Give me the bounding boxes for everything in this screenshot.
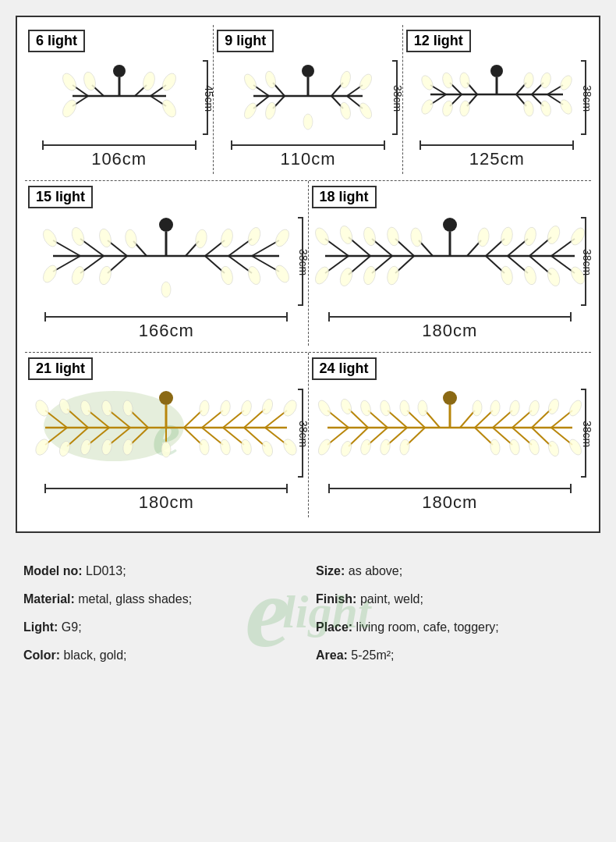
- svg-point-210: [379, 439, 391, 456]
- svg-point-224: [472, 400, 483, 417]
- svg-point-176: [199, 400, 211, 416]
- svg-9light: [234, 63, 382, 133]
- svg-point-175: [219, 439, 232, 456]
- svg-point-168: [281, 398, 299, 418]
- svg-point-121: [385, 226, 400, 247]
- svg-point-84: [97, 265, 113, 286]
- svg-point-117: [338, 224, 354, 245]
- svg-line-191: [425, 410, 440, 428]
- svg-point-85: [124, 229, 138, 249]
- svg-point-206: [339, 440, 353, 458]
- row-1: 6 light: [25, 25, 591, 181]
- svg-point-13: [160, 98, 179, 119]
- svg-21light: [37, 387, 295, 481]
- chandelier-21light: e: [28, 383, 305, 485]
- svg-point-10: [60, 98, 79, 119]
- info-model: Model no: LD013;: [23, 564, 300, 578]
- height-label-12light: 38cm: [581, 85, 593, 112]
- svg-line-155: [184, 428, 202, 445]
- svg-point-162: [80, 439, 93, 456]
- svg-point-203: [316, 398, 332, 417]
- cell-18light: 18 light: [309, 181, 592, 346]
- svg-point-55: [459, 100, 471, 117]
- svg-point-90: [246, 265, 263, 286]
- svg-point-130: [499, 226, 514, 247]
- svg-point-93: [194, 229, 208, 249]
- svg-point-213: [417, 400, 428, 417]
- svg-point-122: [385, 265, 400, 286]
- svg-point-131: [499, 265, 514, 286]
- svg-point-62: [159, 218, 173, 232]
- width-label-21light: 180cm: [139, 492, 194, 513]
- svg-point-9: [60, 71, 79, 93]
- width-label-24light: 180cm: [422, 492, 477, 513]
- label-18light: 18 light: [312, 186, 377, 208]
- svg-point-81: [70, 226, 87, 247]
- svg-point-92: [219, 265, 235, 286]
- svg-point-58: [540, 72, 553, 89]
- svg-point-216: [547, 398, 561, 416]
- height-label-24light: 38cm: [581, 421, 593, 447]
- svg-point-82: [70, 265, 87, 286]
- height-label-21light: 38cm: [297, 421, 310, 447]
- svg-6light: [49, 63, 189, 133]
- svg-point-86: [161, 282, 171, 297]
- info-col-left: Model no: LD013; Material: metal, glass …: [23, 564, 300, 663]
- svg-point-59: [540, 100, 553, 117]
- width-label-18light: 180cm: [422, 321, 477, 341]
- svg-line-202: [460, 410, 475, 428]
- chandelier-18light: 38cm: [312, 211, 589, 313]
- width-brace-6light: [42, 144, 196, 146]
- svg-point-204: [316, 437, 332, 457]
- height-label-18light: 38cm: [581, 249, 593, 275]
- chandelier-12light: 38cm: [406, 55, 588, 141]
- svg-point-79: [41, 227, 59, 249]
- svg-point-160: [58, 440, 72, 458]
- width-label-9light: 110cm: [280, 149, 335, 169]
- svg-point-163: [101, 400, 113, 417]
- info-place: Place: living room, cafe, toggery;: [316, 620, 593, 634]
- chandelier-6light: 45cm: [28, 55, 210, 141]
- svg-line-190: [407, 428, 425, 445]
- svg-point-53: [441, 100, 455, 117]
- row-3: 21 light e: [25, 353, 591, 524]
- svg-point-209: [379, 400, 391, 417]
- svg-point-126: [545, 224, 561, 245]
- info-size: Size: as above;: [316, 564, 593, 578]
- svg-point-127: [545, 266, 561, 287]
- svg-point-89: [246, 226, 263, 247]
- svg-line-145: [130, 428, 148, 445]
- svg-point-35: [490, 65, 503, 77]
- svg-point-167: [161, 442, 171, 457]
- svg-point-207: [359, 400, 372, 417]
- svg-point-222: [489, 400, 501, 416]
- label-12light: 12 light: [406, 30, 471, 52]
- svg-point-52: [441, 72, 455, 89]
- svg-point-118: [338, 266, 354, 287]
- info-color: Color: black, gold;: [23, 648, 300, 663]
- svg-point-15: [302, 65, 314, 77]
- svg-point-60: [523, 72, 535, 89]
- svg-point-94: [443, 218, 457, 232]
- svg-point-223: [489, 439, 501, 455]
- cell-15light: 15 light: [25, 181, 309, 346]
- svg-point-221: [508, 439, 521, 456]
- svg-point-166: [122, 439, 134, 455]
- svg-point-161: [80, 400, 93, 417]
- svg-point-56: [558, 73, 574, 91]
- chandelier-24light: 38cm: [312, 383, 589, 485]
- svg-point-120: [362, 265, 377, 286]
- width-label-6light: 106cm: [91, 149, 147, 169]
- svg-point-172: [240, 400, 253, 417]
- svg-point-217: [547, 440, 561, 458]
- svg-point-177: [199, 439, 211, 455]
- label-9light: 9 light: [217, 30, 274, 52]
- svg-point-0: [113, 65, 126, 77]
- svg-point-27: [242, 72, 258, 91]
- svg-point-26: [303, 114, 313, 130]
- cell-21light: 21 light e: [25, 353, 309, 517]
- svg-point-87: [273, 227, 292, 249]
- row-2: 15 light: [25, 181, 591, 353]
- width-label-15light: 166cm: [139, 321, 194, 341]
- svg-point-123: [409, 227, 423, 247]
